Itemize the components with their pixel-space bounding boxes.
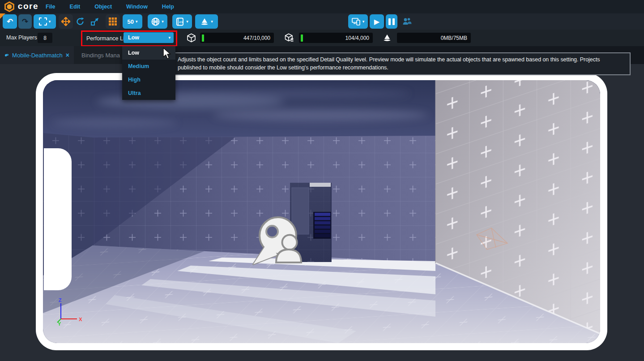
play-icon: ▶ [374, 17, 380, 26]
menu-option-ultra[interactable]: Ultra [122, 86, 175, 100]
scene-tab-icon [4, 52, 9, 59]
menu-file[interactable]: File [41, 4, 60, 10]
tab-label: Bindings Mana [81, 52, 120, 59]
axis-y-label: Y [58, 321, 61, 327]
performance-limits-value: Low [128, 34, 168, 41]
grid-size-value: 50 [128, 18, 134, 25]
mouse-cursor [162, 47, 171, 60]
world-space-dropdown[interactable]: ▾ [148, 14, 167, 29]
globe-icon [151, 17, 160, 26]
chevron-down-icon: ▾ [49, 20, 51, 24]
scale-tool-button[interactable] [88, 14, 102, 29]
tab-mobile-deathmatch[interactable]: Mobile-Deathmatch × [0, 46, 74, 64]
menu-bar: core File Edit Object Window Help [0, 0, 644, 13]
menu-option-medium[interactable]: Medium [122, 60, 175, 73]
viewport-scene: Z X Y [43, 80, 600, 343]
performance-limits-highlight-box: Performance Limits: Low ▾ [81, 30, 177, 47]
undo-icon: ↶ [7, 18, 13, 26]
settings-bar: Max Players 8 Performance Limits: Low ▾ … [0, 30, 644, 46]
object-count-icon [187, 33, 196, 43]
chevron-down-icon: ▾ [136, 20, 138, 24]
object-count-meter: 447/10,000 [200, 33, 274, 43]
menu-edit[interactable]: Edit [65, 4, 85, 10]
terrain-dropdown[interactable]: ▾ [195, 14, 218, 29]
move-icon [61, 17, 70, 26]
menu-option-high[interactable]: High [122, 73, 175, 86]
scene-3d[interactable]: Z X Y [43, 80, 600, 343]
tab-label: Mobile-Deathmatch [12, 52, 63, 59]
logo-text: core [18, 1, 38, 11]
menu-object[interactable]: Object [90, 4, 117, 10]
chevron-down-icon: ▾ [186, 20, 188, 24]
max-players-input[interactable]: 8 [38, 33, 52, 43]
spawn-person-body [276, 249, 301, 262]
play-button[interactable]: ▶ [370, 14, 384, 29]
script-book-icon: <> [176, 17, 184, 26]
spawn-hole [266, 226, 278, 237]
grid-size-dropdown[interactable]: 50 ▾ [123, 14, 142, 29]
core-logo-icon [4, 1, 15, 13]
networked-object-count-meter: 104/4,000 [299, 33, 373, 43]
performance-limits-dropdown[interactable]: Low ▾ [124, 32, 174, 43]
networked-object-count-value: 104/4,000 [303, 35, 373, 41]
axis-z-label: Z [59, 297, 62, 303]
terrain-size-meter: 0MB/75MB [397, 33, 471, 43]
axis-x-label: X [79, 317, 82, 322]
move-tool-button[interactable] [59, 14, 73, 29]
multiplayer-preview-button[interactable] [400, 14, 414, 29]
menu-window[interactable]: Window [121, 4, 153, 10]
building-block[interactable] [290, 183, 331, 262]
tab-bindings-manager[interactable]: Bindings Mana [74, 46, 124, 64]
redo-button[interactable]: ↷ [18, 14, 32, 29]
terrain-size-value: 0MB/75MB [397, 35, 471, 41]
main-toolbar: ↶ ↷ ▾ [0, 13, 644, 30]
rotate-icon [76, 17, 85, 26]
undo-button[interactable]: ↶ [3, 14, 17, 29]
chevron-down-icon: ▾ [211, 20, 213, 24]
script-dropdown[interactable]: <> ▾ [172, 14, 192, 29]
spawn-person-head [282, 235, 297, 250]
mobile-device-frame: Z X Y [36, 73, 607, 350]
max-players-label: Max Players [6, 34, 37, 41]
core-logo[interactable]: core [4, 1, 38, 13]
svg-text:<>: <> [179, 20, 183, 24]
pause-button[interactable] [386, 14, 397, 29]
scale-icon [90, 17, 99, 26]
object-count-value: 447/10,000 [204, 35, 274, 41]
rotate-tool-button[interactable] [73, 14, 87, 29]
terrain-size-icon [382, 33, 392, 42]
tab-close-icon[interactable]: × [66, 52, 69, 59]
menu-help[interactable]: Help [157, 4, 179, 10]
pause-icon [388, 18, 395, 25]
performance-limits-tooltip: Adjusts the object count and limits base… [172, 52, 631, 75]
devices-icon [352, 17, 361, 26]
device-preview-dropdown[interactable]: ▾ [348, 14, 368, 29]
viewport[interactable]: Z X Y [0, 64, 644, 361]
selection-mode-button[interactable]: ▾ [34, 14, 56, 29]
terrain-icon [200, 17, 209, 26]
selection-mode-icon [39, 17, 47, 26]
device-notch [44, 148, 72, 290]
redo-icon: ↷ [22, 18, 28, 26]
networked-object-count-icon [285, 33, 294, 43]
grid-snap-icon [109, 17, 117, 26]
chevron-down-icon: ▾ [363, 20, 365, 24]
grid-snap-button[interactable] [106, 14, 120, 29]
chevron-down-icon: ▾ [162, 20, 164, 24]
multiplayer-people-icon [402, 17, 412, 26]
chevron-down-icon: ▾ [168, 36, 171, 40]
